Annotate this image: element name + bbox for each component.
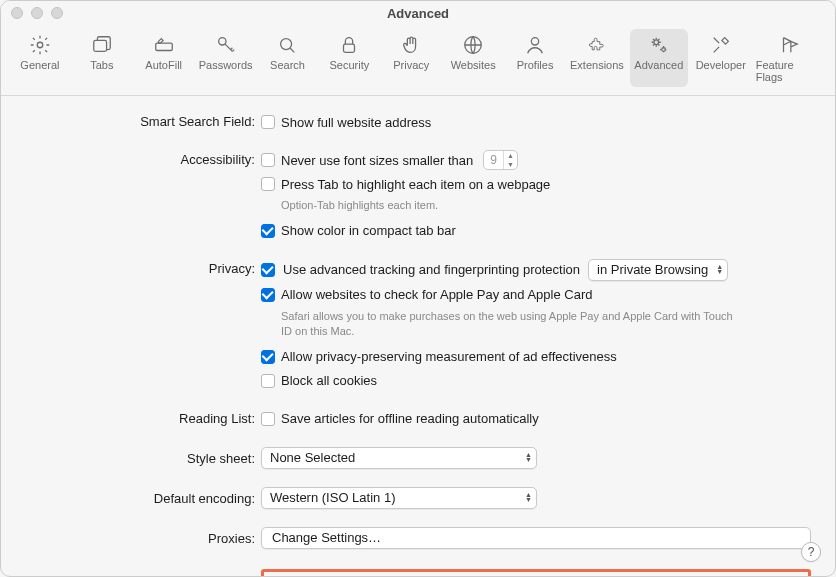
text-compact-color: Show color in compact tab bar <box>281 223 456 238</box>
svg-rect-5 <box>344 44 355 52</box>
tabs-icon <box>90 33 114 57</box>
help-apple-pay: Safari allows you to make purchases on t… <box>261 309 741 339</box>
preferences-toolbar: General Tabs AutoFill Passwords Search S… <box>1 25 835 96</box>
tab-label: General <box>20 59 59 71</box>
tab-advanced[interactable]: Advanced <box>630 29 688 87</box>
label-default-encoding: Default encoding: <box>25 487 261 506</box>
help-button[interactable]: ? <box>801 542 821 562</box>
text-show-full-address: Show full website address <box>281 115 431 130</box>
tab-label: Privacy <box>393 59 429 71</box>
button-change-proxy-settings-label: Change Settings… <box>272 530 381 545</box>
label-privacy: Privacy: <box>25 259 261 276</box>
tab-general[interactable]: General <box>11 29 69 87</box>
label-accessibility: Accessibility: <box>25 150 261 167</box>
tab-extensions[interactable]: Extensions <box>568 29 626 87</box>
text-save-offline: Save articles for offline reading automa… <box>281 411 539 426</box>
checkbox-show-full-address[interactable] <box>261 115 275 129</box>
select-style-sheet-value: None Selected <box>270 450 355 465</box>
tab-profiles[interactable]: Profiles <box>506 29 564 87</box>
checkbox-tracking-protection[interactable] <box>261 263 275 277</box>
label-proxies: Proxies: <box>25 527 261 546</box>
chevron-down-icon: ▼ <box>504 160 517 169</box>
label-smart-search: Smart Search Field: <box>25 112 261 129</box>
globe-icon <box>461 33 485 57</box>
tab-security[interactable]: Security <box>320 29 378 87</box>
tab-developer[interactable]: Developer <box>692 29 750 87</box>
select-tracking-mode[interactable]: in Private Browsing ▲▼ <box>588 259 728 281</box>
button-change-proxy-settings[interactable]: Change Settings… <box>261 527 811 549</box>
checkbox-press-tab[interactable] <box>261 177 275 191</box>
updown-chevron-icon: ▲▼ <box>716 265 723 275</box>
help-option-tab: Option-Tab highlights each item. <box>261 198 741 213</box>
checkbox-apple-pay[interactable] <box>261 288 275 302</box>
svg-point-8 <box>654 40 659 45</box>
window-title: Advanced <box>387 6 449 21</box>
checkbox-block-cookies[interactable] <box>261 374 275 388</box>
label-reading-list: Reading List: <box>25 409 261 426</box>
updown-chevron-icon: ▲▼ <box>525 493 532 503</box>
svg-point-4 <box>281 39 292 50</box>
checkbox-ad-measurement[interactable] <box>261 350 275 364</box>
select-default-encoding-value: Western (ISO Latin 1) <box>270 490 395 505</box>
tab-label: Passwords <box>199 59 253 71</box>
svg-point-9 <box>662 48 666 52</box>
text-tracking-protection: Use advanced tracking and fingerprinting… <box>283 262 580 277</box>
tab-search[interactable]: Search <box>259 29 317 87</box>
chevron-up-icon: ▲ <box>504 151 517 160</box>
person-icon <box>523 33 547 57</box>
search-icon <box>275 33 299 57</box>
gear-icon <box>28 33 52 57</box>
checkbox-save-offline[interactable] <box>261 412 275 426</box>
flags-icon <box>777 33 801 57</box>
font-size-value: 9 <box>484 153 503 167</box>
close-window-button[interactable] <box>11 7 23 19</box>
checkbox-compact-color[interactable] <box>261 224 275 238</box>
font-size-stepper[interactable]: 9 ▲▼ <box>483 150 518 170</box>
tab-passwords[interactable]: Passwords <box>197 29 255 87</box>
tab-label: Extensions <box>570 59 624 71</box>
tab-feature-flags[interactable]: Feature Flags <box>754 29 825 87</box>
tab-label: Profiles <box>517 59 554 71</box>
tab-label: Security <box>330 59 370 71</box>
tab-label: Websites <box>451 59 496 71</box>
minimize-window-button[interactable] <box>31 7 43 19</box>
svg-point-0 <box>37 42 43 48</box>
lock-icon <box>337 33 361 57</box>
svg-point-7 <box>531 38 538 45</box>
wrench-hammer-icon <box>709 33 733 57</box>
select-style-sheet[interactable]: None Selected ▲▼ <box>261 447 537 469</box>
tab-label: Feature Flags <box>756 59 823 83</box>
key-icon <box>214 33 238 57</box>
svg-rect-1 <box>94 40 107 51</box>
svg-rect-2 <box>155 43 172 50</box>
label-empty <box>25 567 261 569</box>
tab-label: Search <box>270 59 305 71</box>
checkbox-font-sizes[interactable] <box>261 153 275 167</box>
gears-icon <box>647 33 671 57</box>
select-tracking-mode-value: in Private Browsing <box>597 262 708 277</box>
tab-tabs[interactable]: Tabs <box>73 29 131 87</box>
tab-websites[interactable]: Websites <box>444 29 502 87</box>
help-button-label: ? <box>808 545 815 559</box>
tab-privacy[interactable]: Privacy <box>382 29 440 87</box>
tab-label: AutoFill <box>145 59 182 71</box>
tab-label: Developer <box>696 59 746 71</box>
tab-autofill[interactable]: AutoFill <box>135 29 193 87</box>
puzzle-icon <box>585 33 609 57</box>
updown-chevron-icon: ▲▼ <box>525 453 532 463</box>
titlebar: Advanced <box>1 1 835 25</box>
tab-label: Tabs <box>90 59 113 71</box>
svg-point-3 <box>218 38 225 45</box>
text-block-cookies: Block all cookies <box>281 373 377 388</box>
text-apple-pay: Allow websites to check for Apple Pay an… <box>281 287 592 302</box>
preferences-window: Advanced General Tabs AutoFill Passwords… <box>0 0 836 577</box>
text-ad-measurement: Allow privacy-preserving measurement of … <box>281 349 617 364</box>
pencil-field-icon <box>152 33 176 57</box>
text-font-sizes: Never use font sizes smaller than <box>281 153 473 168</box>
select-default-encoding[interactable]: Western (ISO Latin 1) ▲▼ <box>261 487 537 509</box>
zoom-window-button[interactable] <box>51 7 63 19</box>
highlight-developer-row: Show features for web developers <box>261 569 811 577</box>
tab-label: Advanced <box>634 59 683 71</box>
hand-icon <box>399 33 423 57</box>
text-press-tab: Press Tab to highlight each item on a we… <box>281 177 550 192</box>
